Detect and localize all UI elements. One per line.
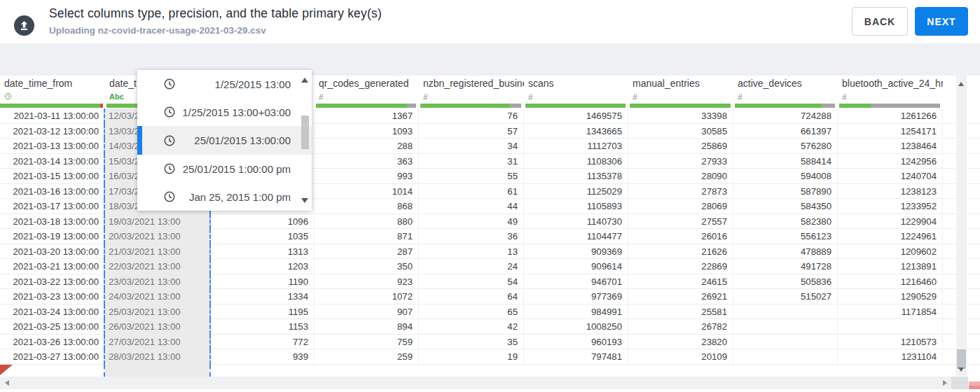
scroll-down-icon[interactable] [958, 368, 964, 372]
column-validity-bar [316, 104, 416, 108]
upload-wizard-window: Select columns type, precision, and the … [0, 0, 980, 392]
cell: 1233952 [838, 199, 943, 214]
scroll-right-icon[interactable] [943, 380, 947, 386]
cell: 2021-03-20 13:00:00 [0, 244, 105, 260]
format-option-label: 1/25/2015 13:00 [215, 78, 291, 90]
cell: 1190 [209, 274, 315, 290]
cell: 939 [209, 349, 315, 365]
column-header-date_time_from[interactable]: date_time_from [0, 76, 105, 108]
column-header-scans[interactable]: scans# [524, 76, 628, 108]
cell: 65 [419, 304, 524, 320]
cell: 759 [315, 335, 419, 350]
cell: 26921 [628, 289, 733, 304]
cell: 350 [315, 259, 419, 274]
cell: 1035 [209, 229, 315, 244]
format-option-label: 1/25/2015 13:00+03:00 [182, 106, 291, 118]
scroll-down-icon[interactable] [301, 198, 308, 203]
table-row: 2021-03-20 13:00:0021/03/2021 13:0013132… [0, 244, 980, 260]
cell: 13 [419, 244, 524, 260]
cell: 1216460 [838, 274, 943, 290]
cell: 26016 [628, 229, 733, 244]
scroll-up-icon[interactable] [958, 82, 964, 86]
cell: 1008250 [524, 319, 628, 335]
header-bar: Select columns type, precision, and the … [0, 0, 980, 43]
cell: 57 [419, 124, 524, 139]
column-header-qr_codes_generated[interactable]: qr_codes_generated# [315, 76, 419, 108]
cell: 2021-03-18 13:00:00 [0, 214, 105, 230]
dropdown-scrollbar-thumb[interactable] [301, 115, 309, 149]
column-validity-bar [735, 104, 835, 108]
cell: 26782 [628, 319, 733, 335]
clock-icon [163, 106, 176, 118]
cell: 24 [419, 259, 524, 274]
cell: 1224961 [838, 229, 943, 244]
cell: 22869 [628, 259, 733, 274]
cell: 49 [419, 214, 524, 230]
scroll-left-icon[interactable] [5, 380, 9, 386]
cell: 36 [419, 229, 524, 244]
cell: 27933 [628, 154, 733, 169]
cell: 25/03/2021 13:00 [104, 304, 211, 320]
column-header-manual_entries[interactable]: manual_entries# [628, 76, 733, 108]
cell: 960193 [524, 335, 628, 350]
cell: 55 [419, 169, 524, 184]
column-name: date_time_from [4, 78, 72, 89]
column-header-active_devices[interactable]: active_devices# [733, 76, 838, 108]
table-row: 2021-03-22 13:00:0023/03/2021 13:0011909… [0, 274, 980, 290]
cell: 588414 [733, 154, 838, 169]
cell: 287 [315, 244, 419, 260]
column-header-bluetooth_active_24_hr_[interactable]: bluetooth_active_24_hr_# [838, 76, 943, 108]
datetime-format-option[interactable]: 1/25/2015 13:00+03:00 [137, 98, 312, 126]
cell: 1171854 [838, 304, 943, 320]
cell: 1140730 [524, 214, 628, 230]
cell: 2021-03-12 13:00:00 [0, 124, 105, 139]
datetime-format-option[interactable]: Jan 25, 2015 1:00 pm [137, 183, 312, 211]
cell: 2021-03-22 13:00:00 [0, 274, 105, 290]
number-type-label: # [738, 92, 743, 102]
number-type-label: # [319, 92, 324, 102]
cell: 1367 [315, 108, 419, 124]
vertical-scrollbar[interactable] [956, 76, 967, 376]
cell: 24615 [628, 274, 733, 290]
datetime-format-option[interactable]: 25/01/2015 1:00:00 pm [137, 155, 312, 183]
datetime-type-icon [4, 92, 12, 100]
column-name: date_t [109, 78, 137, 89]
table-row: 2021-03-18 13:00:0019/03/2021 13:0010968… [0, 214, 980, 230]
column-validity-bar [420, 104, 521, 108]
cell: 1104477 [524, 229, 628, 244]
cell: 584350 [733, 199, 838, 214]
cell: 868 [315, 199, 419, 214]
column-name: qr_codes_generated [319, 78, 408, 89]
cell: 1238123 [838, 184, 943, 200]
cell: 33398 [628, 108, 733, 124]
cell: 871 [315, 229, 419, 244]
cell: 2021-03-15 13:00:00 [0, 169, 105, 184]
column-name: active_devices [738, 78, 802, 89]
column-validity-bar [525, 104, 626, 108]
table-row: 2021-03-24 13:00:0025/03/2021 13:0011959… [0, 304, 980, 320]
cell: 576280 [733, 139, 838, 154]
scroll-up-icon[interactable] [301, 78, 308, 83]
cell: 724288 [733, 108, 838, 124]
horizontal-scrollbar[interactable] [0, 377, 951, 389]
cell: 2021-03-23 13:00:00 [0, 289, 105, 304]
cell: 259 [315, 349, 419, 365]
next-button[interactable]: NEXT [915, 7, 968, 36]
cell: 28090 [628, 169, 733, 184]
cell: 28069 [628, 199, 733, 214]
back-button[interactable]: BACK [852, 7, 908, 36]
dropdown-scrollbar[interactable] [301, 72, 310, 209]
cell: 1254171 [838, 124, 943, 139]
cell [733, 319, 838, 335]
cell: 491728 [733, 259, 838, 274]
column-validity-bar [0, 104, 103, 108]
cell [733, 335, 838, 350]
column-header-nzbn_registered_busine[interactable]: nzbn_registered_busine# [419, 76, 524, 108]
datetime-format-option[interactable]: 1/25/2015 13:00 [137, 70, 312, 98]
datetime-format-option[interactable]: 25/01/2015 13:00:00 [137, 126, 312, 155]
format-option-label: 25/01/2015 1:00:00 pm [183, 163, 291, 175]
number-type-label: # [528, 92, 533, 102]
vertical-scrollbar-thumb[interactable] [957, 349, 966, 369]
cell: 909369 [524, 244, 628, 260]
column-name: scans [528, 78, 554, 89]
